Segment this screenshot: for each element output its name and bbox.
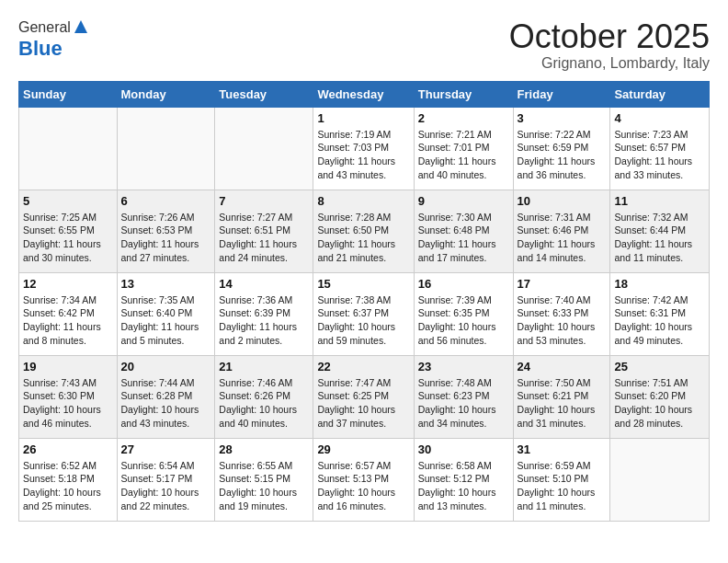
day-info: Sunrise: 7:38 AM Sunset: 6:37 PM Dayligh… (317, 293, 409, 348)
day-number: 3 (518, 111, 607, 125)
day-info: Sunrise: 7:23 AM Sunset: 6:57 PM Dayligh… (614, 128, 705, 182)
logo-icon (73, 18, 89, 35)
calendar-cell: 22Sunrise: 7:47 AM Sunset: 6:25 PM Dayli… (313, 355, 414, 438)
calendar-cell: 23Sunrise: 7:48 AM Sunset: 6:23 PM Dayli… (414, 355, 513, 438)
calendar-cell: 6Sunrise: 7:26 AM Sunset: 6:53 PM Daylig… (117, 190, 215, 272)
day-info: Sunrise: 7:46 AM Sunset: 6:26 PM Dayligh… (219, 376, 309, 431)
calendar-cell: 3Sunrise: 7:22 AM Sunset: 6:59 PM Daylig… (513, 107, 610, 190)
calendar-cell: 24Sunrise: 7:50 AM Sunset: 6:21 PM Dayli… (513, 355, 610, 438)
day-info: Sunrise: 7:32 AM Sunset: 6:44 PM Dayligh… (614, 211, 705, 265)
day-info: Sunrise: 6:58 AM Sunset: 5:12 PM Dayligh… (418, 459, 509, 513)
calendar-cell: 9Sunrise: 7:30 AM Sunset: 6:48 PM Daylig… (414, 190, 513, 272)
day-info: Sunrise: 7:22 AM Sunset: 6:59 PM Dayligh… (518, 128, 607, 182)
day-info: Sunrise: 7:28 AM Sunset: 6:50 PM Dayligh… (317, 211, 409, 265)
day-number: 2 (418, 111, 509, 125)
logo: General Blue (18, 18, 89, 61)
day-info: Sunrise: 7:25 AM Sunset: 6:55 PM Dayligh… (23, 211, 113, 265)
calendar-cell: 14Sunrise: 7:36 AM Sunset: 6:39 PM Dayli… (215, 272, 313, 355)
day-info: Sunrise: 7:36 AM Sunset: 6:39 PM Dayligh… (219, 293, 309, 348)
day-number: 9 (418, 194, 509, 208)
calendar-cell: 28Sunrise: 6:55 AM Sunset: 5:15 PM Dayli… (215, 438, 313, 521)
calendar-cell: 18Sunrise: 7:42 AM Sunset: 6:31 PM Dayli… (610, 272, 710, 355)
calendar-cell: 16Sunrise: 7:39 AM Sunset: 6:35 PM Dayli… (414, 272, 513, 355)
calendar-cell: 26Sunrise: 6:52 AM Sunset: 5:18 PM Dayli… (19, 438, 118, 521)
day-number: 4 (614, 111, 705, 125)
logo-general: General (18, 19, 71, 36)
day-info: Sunrise: 7:27 AM Sunset: 6:51 PM Dayligh… (219, 211, 309, 265)
calendar-week-row: 26Sunrise: 6:52 AM Sunset: 5:18 PM Dayli… (19, 438, 710, 521)
calendar-cell (117, 107, 215, 190)
title-block: October 2025 Grignano, Lombardy, Italy (509, 18, 710, 72)
day-number: 18 (614, 277, 705, 291)
calendar-cell: 15Sunrise: 7:38 AM Sunset: 6:37 PM Dayli… (313, 272, 414, 355)
header-friday: Friday (513, 81, 610, 107)
calendar-table: SundayMondayTuesdayWednesdayThursdayFrid… (18, 81, 710, 522)
day-number: 8 (317, 194, 409, 208)
calendar-cell: 21Sunrise: 7:46 AM Sunset: 6:26 PM Dayli… (215, 355, 313, 438)
day-number: 30 (418, 442, 509, 456)
day-number: 11 (614, 194, 705, 208)
calendar-cell: 27Sunrise: 6:54 AM Sunset: 5:17 PM Dayli… (117, 438, 215, 521)
calendar-cell: 11Sunrise: 7:32 AM Sunset: 6:44 PM Dayli… (610, 190, 710, 272)
day-number: 19 (23, 360, 113, 373)
header-tuesday: Tuesday (215, 81, 313, 107)
calendar-cell: 1Sunrise: 7:19 AM Sunset: 7:03 PM Daylig… (313, 107, 414, 190)
day-number: 7 (219, 194, 309, 208)
day-number: 12 (23, 277, 113, 291)
header-thursday: Thursday (414, 81, 513, 107)
day-info: Sunrise: 7:26 AM Sunset: 6:53 PM Dayligh… (121, 211, 211, 265)
day-number: 31 (518, 442, 607, 456)
location: Grignano, Lombardy, Italy (509, 55, 710, 72)
day-number: 20 (121, 360, 211, 373)
calendar-cell: 19Sunrise: 7:43 AM Sunset: 6:30 PM Dayli… (19, 355, 118, 438)
calendar-cell (610, 438, 710, 521)
day-number: 16 (418, 277, 509, 291)
day-number: 27 (121, 442, 211, 456)
calendar-cell (19, 107, 118, 190)
day-number: 15 (317, 277, 409, 291)
day-info: Sunrise: 7:39 AM Sunset: 6:35 PM Dayligh… (418, 293, 509, 348)
day-info: Sunrise: 7:48 AM Sunset: 6:23 PM Dayligh… (418, 376, 509, 431)
day-number: 14 (219, 277, 309, 291)
header-monday: Monday (117, 81, 215, 107)
day-number: 23 (418, 360, 509, 373)
calendar-week-row: 5Sunrise: 7:25 AM Sunset: 6:55 PM Daylig… (19, 190, 710, 272)
day-number: 24 (518, 360, 607, 373)
calendar-cell: 25Sunrise: 7:51 AM Sunset: 6:20 PM Dayli… (610, 355, 710, 438)
calendar-week-row: 19Sunrise: 7:43 AM Sunset: 6:30 PM Dayli… (19, 355, 710, 438)
header-wednesday: Wednesday (313, 81, 414, 107)
calendar-cell: 2Sunrise: 7:21 AM Sunset: 7:01 PM Daylig… (414, 107, 513, 190)
header-saturday: Saturday (610, 81, 710, 107)
month-title: October 2025 (509, 18, 710, 55)
calendar-cell: 31Sunrise: 6:59 AM Sunset: 5:10 PM Dayli… (513, 438, 610, 521)
day-info: Sunrise: 6:57 AM Sunset: 5:13 PM Dayligh… (317, 459, 409, 513)
day-info: Sunrise: 6:59 AM Sunset: 5:10 PM Dayligh… (518, 459, 607, 513)
day-info: Sunrise: 6:55 AM Sunset: 5:15 PM Dayligh… (219, 459, 309, 513)
day-info: Sunrise: 7:50 AM Sunset: 6:21 PM Dayligh… (518, 376, 607, 431)
day-info: Sunrise: 7:47 AM Sunset: 6:25 PM Dayligh… (317, 376, 409, 431)
day-info: Sunrise: 7:35 AM Sunset: 6:40 PM Dayligh… (121, 293, 211, 348)
day-number: 28 (219, 442, 309, 456)
day-number: 17 (518, 277, 607, 291)
calendar-cell: 12Sunrise: 7:34 AM Sunset: 6:42 PM Dayli… (19, 272, 118, 355)
calendar-cell: 10Sunrise: 7:31 AM Sunset: 6:46 PM Dayli… (513, 190, 610, 272)
day-number: 21 (219, 360, 309, 373)
calendar-cell: 30Sunrise: 6:58 AM Sunset: 5:12 PM Dayli… (414, 438, 513, 521)
day-number: 1 (317, 111, 409, 125)
day-info: Sunrise: 7:19 AM Sunset: 7:03 PM Dayligh… (317, 128, 409, 182)
page-header: General Blue October 2025 Grignano, Lomb… (18, 18, 710, 72)
calendar-cell: 5Sunrise: 7:25 AM Sunset: 6:55 PM Daylig… (19, 190, 118, 272)
day-number: 26 (23, 442, 113, 456)
day-number: 25 (614, 360, 705, 373)
calendar-cell: 8Sunrise: 7:28 AM Sunset: 6:50 PM Daylig… (313, 190, 414, 272)
day-info: Sunrise: 6:52 AM Sunset: 5:18 PM Dayligh… (23, 459, 113, 513)
calendar-week-row: 1Sunrise: 7:19 AM Sunset: 7:03 PM Daylig… (19, 107, 710, 190)
header-sunday: Sunday (19, 81, 118, 107)
day-number: 22 (317, 360, 409, 373)
day-info: Sunrise: 7:34 AM Sunset: 6:42 PM Dayligh… (23, 293, 113, 348)
day-info: Sunrise: 7:21 AM Sunset: 7:01 PM Dayligh… (418, 128, 509, 182)
day-info: Sunrise: 7:31 AM Sunset: 6:46 PM Dayligh… (518, 211, 607, 265)
calendar-cell: 4Sunrise: 7:23 AM Sunset: 6:57 PM Daylig… (610, 107, 710, 190)
calendar-cell: 17Sunrise: 7:40 AM Sunset: 6:33 PM Dayli… (513, 272, 610, 355)
day-number: 10 (518, 194, 607, 208)
